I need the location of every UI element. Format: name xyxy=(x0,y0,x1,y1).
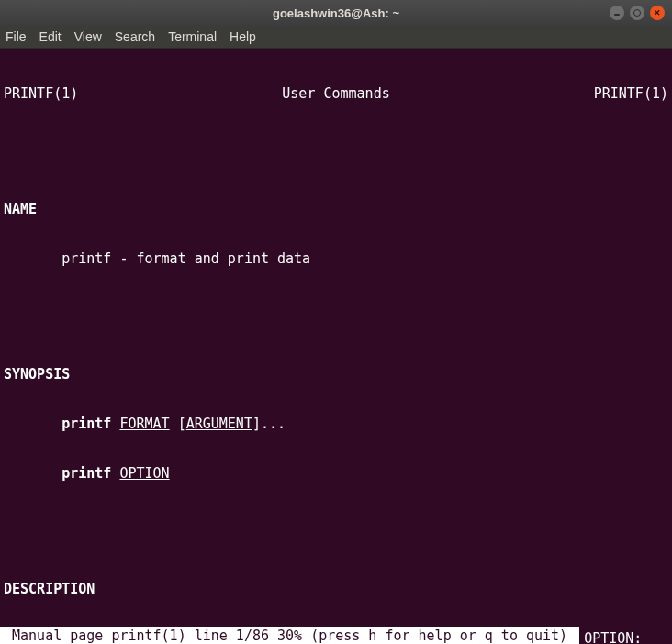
maximize-button[interactable] xyxy=(630,6,644,20)
titlebar[interactable]: goelashwin36@Ash: ~ xyxy=(0,0,672,26)
window-controls xyxy=(610,6,665,20)
menubar: File Edit View Search Terminal Help xyxy=(0,26,672,49)
section-name-title: NAME xyxy=(4,201,668,217)
man-status-line: Manual page printf(1) line 1/86 30% (pre… xyxy=(0,627,579,644)
window-title: goelashwin36@Ash: ~ xyxy=(7,6,665,20)
close-button[interactable] xyxy=(650,6,665,20)
menu-help[interactable]: Help xyxy=(230,29,256,44)
minimize-button[interactable] xyxy=(610,6,624,20)
menu-edit[interactable]: Edit xyxy=(39,29,62,44)
menu-file[interactable]: File xyxy=(6,29,27,44)
menu-terminal[interactable]: Terminal xyxy=(168,29,217,44)
section-synopsis-title: SYNOPSIS xyxy=(4,366,668,383)
synopsis-line-1: printf FORMAT [ARGUMENT]... xyxy=(4,416,668,432)
section-name-text: printf - format and print data xyxy=(4,250,668,267)
man-header-center: User Commands xyxy=(4,85,668,102)
menu-view[interactable]: View xyxy=(74,29,102,44)
section-description-title: DESCRIPTION xyxy=(4,581,668,597)
terminal-window: goelashwin36@Ash: ~ File Edit View Searc… xyxy=(0,0,672,644)
synopsis-line-2: printf OPTION xyxy=(4,465,668,482)
menu-search[interactable]: Search xyxy=(115,29,155,44)
man-header: PRINTF(1) User Commands PRINTF(1) xyxy=(4,85,668,102)
terminal-viewport[interactable]: PRINTF(1) User Commands PRINTF(1) NAME p… xyxy=(0,49,672,644)
